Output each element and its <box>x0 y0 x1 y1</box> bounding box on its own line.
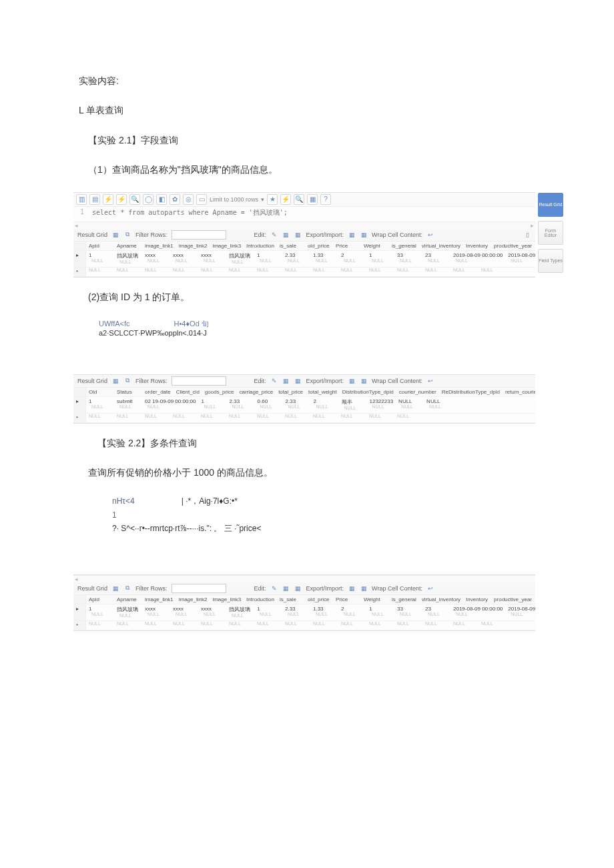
stop-icon[interactable]: ◯ <box>143 194 154 205</box>
column-header[interactable]: Weight <box>361 242 389 250</box>
form-editor-tab[interactable]: Form Editor <box>538 221 563 245</box>
filter-icon[interactable]: ⧉ <box>123 231 131 239</box>
edit-icon[interactable]: ✎ <box>270 377 278 385</box>
cell[interactable]: 1.33NULL <box>310 604 338 620</box>
column-header[interactable]: Inventory <box>463 242 491 250</box>
column-header[interactable]: Introduction <box>244 595 277 604</box>
column-header[interactable]: old_price <box>305 595 333 604</box>
revert-icon[interactable]: ▦ <box>294 231 302 239</box>
filter-icon[interactable]: ⧉ <box>123 584 131 592</box>
cell[interactable]: xxxxNULL <box>170 604 198 620</box>
wrap-toggle-icon[interactable]: ↩ <box>426 377 434 385</box>
column-header[interactable]: is_general <box>389 595 419 604</box>
cell[interactable]: 2NULL <box>311 397 339 413</box>
field-types-tab[interactable]: Field Types <box>538 249 563 273</box>
column-header[interactable]: Client_cid <box>174 388 202 396</box>
column-header[interactable]: Apid <box>86 242 114 250</box>
scrollbar[interactable]: ◂▸ <box>73 222 535 229</box>
cell[interactable]: 2.33NULL <box>282 251 310 267</box>
help-icon[interactable]: ? <box>320 194 331 205</box>
revert-icon[interactable]: ▦ <box>294 584 302 592</box>
sql-query-line[interactable]: 1 select * from autoparts where Apname =… <box>73 207 535 222</box>
cell[interactable]: xxxxNULL <box>198 604 226 620</box>
search2-icon[interactable]: 🔍 <box>294 194 304 205</box>
export-icon[interactable]: ▦ <box>348 584 356 592</box>
column-header[interactable]: virtual_inventory <box>419 242 463 250</box>
column-header[interactable]: Inventory <box>463 595 491 604</box>
cell[interactable]: xxxxNULL <box>170 251 198 267</box>
toggle-icon[interactable]: ◧ <box>156 194 167 205</box>
search-icon[interactable]: 🔍 <box>129 194 140 205</box>
export-icon[interactable]: ▦ <box>348 377 356 385</box>
cell[interactable]: 2.33NULL <box>283 397 311 413</box>
scrollbar[interactable]: ◂ <box>73 575 535 582</box>
panel-toggle-icon[interactable]: ▯ <box>523 231 531 239</box>
edit-icon[interactable]: ✎ <box>270 231 278 239</box>
cell[interactable]: 2.33NULL <box>282 604 310 620</box>
column-header[interactable]: old_price <box>305 242 333 250</box>
import-icon[interactable]: ▦ <box>360 377 368 385</box>
cell[interactable]: 33NULL <box>394 604 422 620</box>
cell[interactable]: 挡风玻璃NULL <box>114 604 142 620</box>
column-header[interactable]: image_link1 <box>142 242 176 250</box>
column-header[interactable]: productive_year <box>491 242 535 250</box>
open-icon[interactable]: ▥ <box>76 194 87 205</box>
cell[interactable]: 2019-08-09 00:00:00NULL <box>450 251 505 267</box>
cell[interactable]: 1NULL <box>86 251 114 267</box>
column-header[interactable]: order_date <box>142 388 174 396</box>
cell[interactable]: xxxxNULL <box>198 251 226 267</box>
apply-icon[interactable]: ▦ <box>282 377 290 385</box>
column-header[interactable]: Price <box>333 242 361 250</box>
column-header[interactable]: Weight <box>361 595 389 604</box>
cell[interactable]: 02 19-09-09 00:00:00NULL <box>142 397 199 413</box>
star-icon[interactable]: ★ <box>267 194 278 205</box>
cell[interactable]: 1NULL <box>366 251 394 267</box>
filter-input[interactable] <box>172 376 226 386</box>
import-icon[interactable]: ▦ <box>360 584 368 592</box>
column-header[interactable]: image_link3 <box>210 595 244 604</box>
column-header[interactable]: ReDistributionType_dpid <box>439 388 503 396</box>
edit-icon[interactable]: ✎ <box>270 584 278 592</box>
column-header[interactable]: courier_number <box>396 388 439 396</box>
column-header[interactable]: Price <box>333 595 361 604</box>
column-header[interactable]: image_link2 <box>176 595 210 604</box>
grid-icon[interactable]: ▦ <box>111 584 119 592</box>
cell[interactable]: 1NULL <box>86 604 114 620</box>
column-header[interactable]: goods_price <box>202 388 237 396</box>
filter-icon[interactable]: ⧉ <box>123 377 131 385</box>
wrap-toggle-icon[interactable]: ↩ <box>426 584 434 592</box>
filter-input[interactable] <box>172 230 226 240</box>
form-icon[interactable]: ▦ <box>307 194 318 205</box>
dropdown-icon[interactable]: ▾ <box>261 196 264 203</box>
cell[interactable]: 33NULL <box>394 251 422 267</box>
wrap-toggle-icon[interactable]: ↩ <box>426 231 434 239</box>
wrap-icon[interactable]: ▭ <box>196 194 207 205</box>
cell[interactable]: 1.33NULL <box>310 251 338 267</box>
cell[interactable]: 顺丰NULL <box>339 397 367 413</box>
cell[interactable]: 23NULL <box>422 604 450 620</box>
execute-icon[interactable]: ⚡ <box>116 194 127 205</box>
beautify-icon[interactable]: ◎ <box>183 194 194 205</box>
column-header[interactable]: image_link1 <box>142 595 176 604</box>
run-icon[interactable]: ⚡ <box>280 194 291 205</box>
column-header[interactable]: return_courier_number <box>503 388 535 396</box>
column-header[interactable]: Apname <box>114 242 142 250</box>
apply-icon[interactable]: ▦ <box>282 584 290 592</box>
cell[interactable]: xxxxNULL <box>142 251 170 267</box>
cell[interactable]: 2019-08-09NULL <box>505 604 535 620</box>
column-header[interactable]: Apname <box>114 595 142 604</box>
filter-input[interactable] <box>172 584 226 593</box>
cell[interactable]: 2NULL <box>338 251 366 267</box>
column-header[interactable]: total_weight <box>306 388 340 396</box>
grid-data-row[interactable]: ▸1NULLsubmitNULL02 19-09-09 00:00:00NULL… <box>73 397 535 414</box>
grid-data-row[interactable]: ▸1NULL挡风玻璃NULLxxxxNULLxxxxNULLxxxxNULL挡风… <box>73 604 535 621</box>
cell[interactable]: 挡风玻璃NULL <box>226 251 254 267</box>
gear-icon[interactable]: ✿ <box>170 194 180 205</box>
cell[interactable]: 1NULL <box>86 397 114 413</box>
cell[interactable]: 2.33NULL <box>227 397 255 413</box>
revert-icon[interactable]: ▦ <box>294 377 302 385</box>
column-header[interactable]: Apid <box>86 595 114 604</box>
column-header[interactable]: carriage_price <box>236 388 276 396</box>
column-header[interactable]: shelve_ate <box>535 242 535 250</box>
column-header[interactable]: is_sale <box>277 242 305 250</box>
